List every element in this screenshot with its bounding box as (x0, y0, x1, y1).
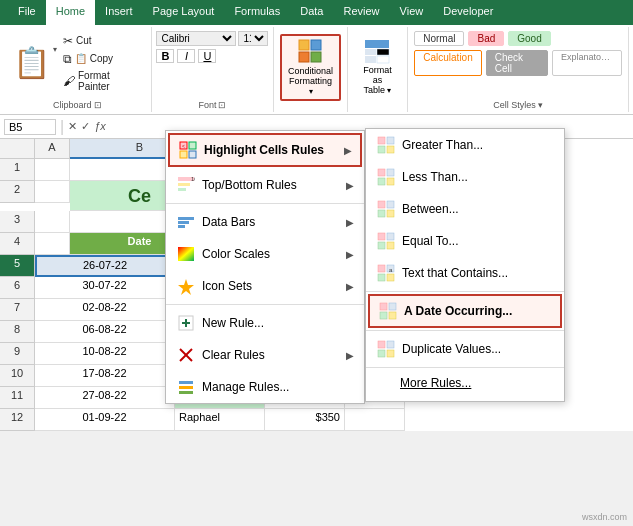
row-header-6[interactable]: 6 (0, 277, 35, 299)
greater-than-label: Greater Than... (402, 138, 483, 152)
row-header-12[interactable]: 12 (0, 409, 35, 431)
row-header-11[interactable]: 11 (0, 387, 35, 409)
cell-c12[interactable]: Raphael (175, 409, 265, 431)
menu-item-clear-rules[interactable]: Clear Rules ▶ (166, 339, 364, 371)
tab-review[interactable]: Review (333, 0, 389, 25)
row-header-7[interactable]: 7 (0, 299, 35, 321)
menu-item-duplicate-values[interactable]: Duplicate Values... (366, 333, 564, 365)
style-good[interactable]: Good (508, 31, 550, 46)
menu-item-date-occurring[interactable]: A Date Occurring... (368, 294, 562, 328)
submenu-separator (366, 291, 564, 292)
svg-rect-7 (365, 56, 376, 63)
between-icon (376, 199, 396, 219)
menu-item-equal-to[interactable]: Equal To... (366, 225, 564, 257)
menu-separator-2 (166, 304, 364, 305)
row-header-8[interactable]: 8 (0, 321, 35, 343)
svg-rect-57 (378, 350, 385, 357)
style-bad[interactable]: Bad (468, 31, 504, 46)
col-header-a[interactable]: A (35, 139, 70, 159)
insert-function-icon[interactable]: ƒx (94, 120, 106, 133)
font-name-select[interactable]: Calibri (156, 31, 236, 46)
format-painter-button[interactable]: 🖌 Format Painter (60, 69, 145, 93)
cell-e12[interactable] (345, 409, 405, 431)
format-as-table-button[interactable]: Format asTable ▾ (354, 37, 402, 98)
text-contains-icon: a (376, 263, 396, 283)
ribbon-tabs: File Home Insert Page Layout Formulas Da… (0, 0, 633, 25)
svg-rect-53 (380, 312, 387, 319)
menu-item-highlight-cells[interactable]: < Highlight Cells Rules ▶ (168, 133, 362, 167)
menu-item-text-contains[interactable]: a Text that Contains... (366, 257, 564, 289)
cell-b11[interactable]: 27-08-22 (35, 387, 175, 409)
svg-rect-59 (387, 350, 394, 357)
menu-item-more-rules[interactable]: More Rules... (366, 370, 564, 396)
menu-item-less-than[interactable]: Less Than... (366, 161, 564, 193)
cell-a4[interactable] (35, 233, 70, 255)
tab-developer[interactable]: Developer (433, 0, 503, 25)
style-explanatory[interactable]: Explanatory ... (552, 50, 622, 76)
tab-formulas[interactable]: Formulas (224, 0, 290, 25)
paste-button[interactable]: 📋 ▾ (10, 43, 60, 82)
menu-item-data-bars[interactable]: Data Bars ▶ (166, 206, 364, 238)
tab-home[interactable]: Home (46, 0, 95, 25)
cell-a2[interactable] (35, 181, 70, 203)
menu-item-between[interactable]: Between... (366, 193, 564, 225)
style-normal[interactable]: Normal (414, 31, 464, 46)
menu-item-color-scales[interactable]: Color Scales ▶ (166, 238, 364, 270)
cell-reference-input[interactable] (4, 119, 56, 135)
row-header-9[interactable]: 9 (0, 343, 35, 365)
cell-b8[interactable]: 06-08-22 (35, 321, 175, 343)
row-header-1[interactable]: 1 (0, 159, 35, 181)
svg-rect-11 (180, 151, 187, 158)
clipboard-group: 📋 ▾ ✂ Cut ⧉ 📋 Copy 🖌 Format Painter (4, 27, 152, 112)
style-calculation[interactable]: Calculation (414, 50, 481, 76)
svg-rect-8 (377, 56, 389, 63)
svg-marker-22 (178, 279, 194, 295)
menu-item-icon-sets[interactable]: Icon Sets ▶ (166, 270, 364, 302)
cell-b9[interactable]: 10-08-22 (35, 343, 175, 365)
top-bottom-arrow: ▶ (346, 180, 354, 191)
row-header-10[interactable]: 10 (0, 365, 35, 387)
greater-than-icon (376, 135, 396, 155)
cell-b5[interactable]: 26-07-22 (35, 255, 175, 277)
tab-page-layout[interactable]: Page Layout (143, 0, 225, 25)
cell-styles-label: Cell Styles ▾ (493, 98, 543, 112)
cell-a1[interactable] (35, 159, 70, 181)
cell-d12[interactable]: $350 (265, 409, 345, 431)
cell-b7[interactable]: 02-08-22 (35, 299, 175, 321)
cell-b12[interactable]: 01-09-22 (35, 409, 175, 431)
cell-b10[interactable]: 17-08-22 (35, 365, 175, 387)
row-header-5[interactable]: 5 (0, 255, 35, 277)
top-bottom-icon: 10 (176, 175, 196, 195)
menu-item-greater-than[interactable]: Greater Than... (366, 129, 564, 161)
copy-button[interactable]: ⧉ 📋 Copy (60, 51, 145, 67)
svg-rect-21 (178, 247, 194, 261)
row-header-3[interactable]: 3 (0, 211, 35, 233)
menu-item-new-rule[interactable]: New Rule... (166, 307, 364, 339)
icon-sets-label: Icon Sets (202, 279, 252, 293)
svg-rect-52 (380, 303, 387, 310)
font-size-select[interactable]: 11 (238, 31, 268, 46)
cell-a3[interactable] (35, 211, 70, 233)
more-rules-label: More Rules... (376, 376, 471, 390)
format-table-group: Format asTable ▾ (348, 27, 409, 112)
row-header-4[interactable]: 4 (0, 233, 35, 255)
svg-rect-19 (178, 221, 189, 224)
format-table-icon (364, 39, 390, 65)
tab-view[interactable]: View (390, 0, 434, 25)
style-check-cell[interactable]: Check Cell (486, 50, 548, 76)
svg-rect-2 (299, 52, 309, 62)
row-header-2[interactable]: 2 (0, 181, 35, 203)
bold-button[interactable]: B (156, 49, 174, 63)
tab-insert[interactable]: Insert (95, 0, 143, 25)
cut-button[interactable]: ✂ Cut (60, 33, 145, 49)
tab-file[interactable]: File (8, 0, 46, 25)
conditional-formatting-button[interactable]: ConditionalFormatting ▾ (280, 34, 340, 101)
cell-b6[interactable]: 30-07-22 (35, 277, 175, 299)
tab-data[interactable]: Data (290, 0, 333, 25)
underline-button[interactable]: U (198, 49, 216, 63)
menu-item-top-bottom[interactable]: 10 Top/Bottom Rules ▶ (166, 169, 364, 201)
cancel-formula-icon[interactable]: ✕ (68, 120, 77, 133)
italic-button[interactable]: I (177, 49, 195, 63)
confirm-formula-icon[interactable]: ✓ (81, 120, 90, 133)
menu-item-manage-rules[interactable]: Manage Rules... (166, 371, 364, 403)
